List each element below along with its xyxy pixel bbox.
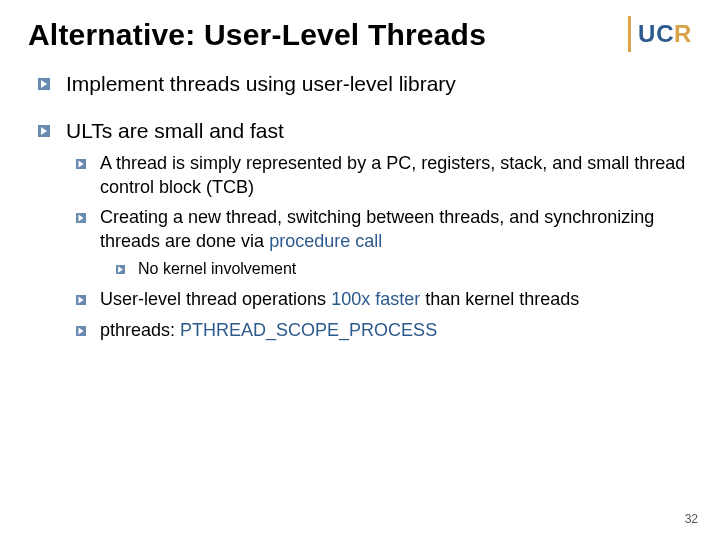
bullet-text: pthreads: PTHREAD_SCOPE_PROCESS xyxy=(100,320,437,340)
chevron-right-icon xyxy=(38,125,50,137)
chevron-right-icon xyxy=(76,159,86,169)
bullet-text: No kernel involvement xyxy=(138,260,296,277)
sub-pthreads: pthreads: PTHREAD_SCOPE_PROCESS xyxy=(76,318,692,342)
slide: UC R Alternative: User-Level Threads Imp… xyxy=(0,0,720,540)
bullet-text: Implement threads using user-level libra… xyxy=(66,72,456,95)
text-highlight: procedure call xyxy=(269,231,382,251)
sublist: A thread is simply represented by a PC, … xyxy=(66,151,692,342)
chevron-right-icon xyxy=(76,326,86,336)
subsublist: No kernel involvement xyxy=(100,258,692,280)
text-plain: than kernel threads xyxy=(420,289,579,309)
logo-r: R xyxy=(674,20,691,48)
bullet-implement: Implement threads using user-level libra… xyxy=(38,70,692,97)
text-highlight: 100x faster xyxy=(331,289,420,309)
sub-100x-faster: User-level thread operations 100x faster… xyxy=(76,287,692,311)
page-title: Alternative: User-Level Threads xyxy=(28,18,692,52)
text-highlight: PTHREAD_SCOPE_PROCESS xyxy=(180,320,437,340)
chevron-right-icon xyxy=(116,265,125,274)
text-plain: pthreads: xyxy=(100,320,180,340)
sub-procedure-call: Creating a new thread, switching between… xyxy=(76,205,692,279)
bullet-text: ULTs are small and fast xyxy=(66,119,284,142)
ucr-logo: UC R xyxy=(626,12,698,56)
subsub-no-kernel: No kernel involvement xyxy=(116,258,692,280)
bullet-text: User-level thread operations 100x faster… xyxy=(100,289,579,309)
bullet-list: Implement threads using user-level libra… xyxy=(28,70,692,342)
page-number: 32 xyxy=(685,512,698,526)
chevron-right-icon xyxy=(76,295,86,305)
text-plain: User-level thread operations xyxy=(100,289,331,309)
chevron-right-icon xyxy=(38,78,50,90)
bullet-ults: ULTs are small and fast A thread is simp… xyxy=(38,117,692,342)
logo-uc: UC xyxy=(638,20,675,48)
logo-bar xyxy=(628,16,631,52)
bullet-text: A thread is simply represented by a PC, … xyxy=(100,153,685,197)
sub-tcb: A thread is simply represented by a PC, … xyxy=(76,151,692,200)
bullet-text: Creating a new thread, switching between… xyxy=(100,207,659,251)
chevron-right-icon xyxy=(76,213,86,223)
